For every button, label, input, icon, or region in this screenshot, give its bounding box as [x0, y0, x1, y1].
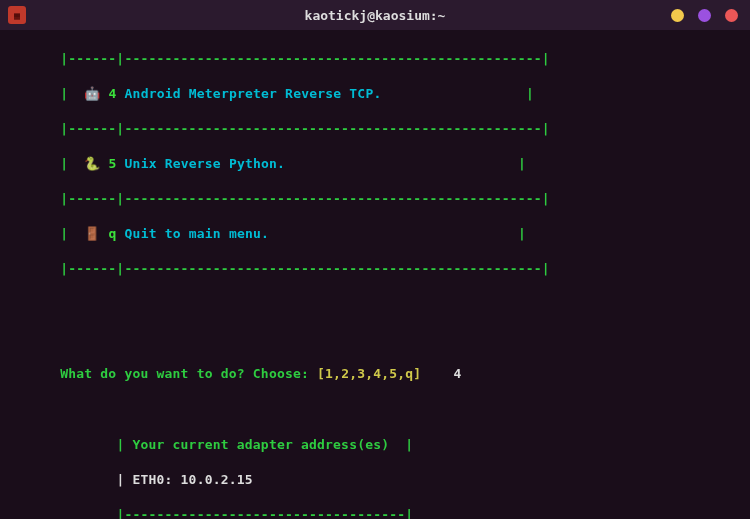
- blank-line: [4, 330, 746, 348]
- minimize-icon[interactable]: [671, 9, 684, 22]
- menu-label: Unix Reverse Python.: [125, 156, 286, 171]
- adapter-eth: | ETH0: 10.0.2.15: [4, 471, 746, 489]
- menu-label: Android Meterpreter Reverse TCP.: [125, 86, 382, 101]
- prompt-question: What do you want to do? Choose:: [4, 366, 317, 381]
- terminal-output: |------|--------------------------------…: [0, 30, 750, 519]
- menu-border: |------|--------------------------------…: [4, 260, 746, 278]
- menu-border: |------|--------------------------------…: [4, 190, 746, 208]
- menu-num: 4: [109, 86, 117, 101]
- window-controls: [671, 9, 738, 22]
- menu-num: q: [109, 226, 117, 241]
- titlebar-left: ▦: [8, 6, 26, 24]
- maximize-icon[interactable]: [698, 9, 711, 22]
- door-icon: 🚪: [84, 226, 100, 241]
- menu-border: |------|--------------------------------…: [4, 120, 746, 138]
- adapter-header: | Your current adapter address(es) |: [4, 436, 746, 454]
- prompt-options: [1,2,3,4,5,q]: [317, 366, 421, 381]
- menu-item-5[interactable]: | 🐍 5 Unix Reverse Python. |: [4, 155, 746, 173]
- app-icon: ▦: [8, 6, 26, 24]
- menu-border: |------|--------------------------------…: [4, 50, 746, 68]
- adapter-footer: |-----------------------------------|: [4, 506, 746, 519]
- window-title: kaotickj@kaosium:~: [305, 8, 446, 23]
- menu-label: Quit to main menu.: [125, 226, 269, 241]
- menu-item-4[interactable]: | 🤖 4 Android Meterpreter Reverse TCP. |: [4, 85, 746, 103]
- titlebar: ▦ kaotickj@kaosium:~: [0, 0, 750, 30]
- blank-line: [4, 295, 746, 313]
- prompt-line: What do you want to do? Choose: [1,2,3,4…: [4, 365, 746, 383]
- prompt-input[interactable]: 4: [454, 366, 462, 381]
- robot-icon: 🤖: [84, 86, 100, 101]
- snake-icon: 🐍: [84, 156, 100, 171]
- menu-item-q[interactable]: | 🚪 q Quit to main menu. |: [4, 225, 746, 243]
- close-icon[interactable]: [725, 9, 738, 22]
- menu-num: 5: [109, 156, 117, 171]
- blank-line: [4, 400, 746, 418]
